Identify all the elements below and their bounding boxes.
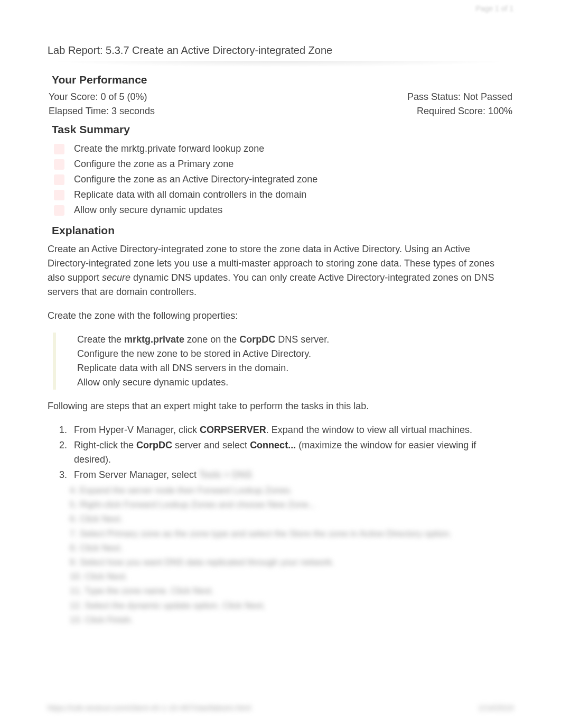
task-fail-icon (54, 205, 64, 216)
score-label: Your Score: 0 of 5 (0%) (49, 91, 147, 103)
explanation-para-2: Create the zone with the following prope… (48, 309, 513, 323)
text-bold: CorpDC (136, 440, 172, 450)
blurred-line: 8. Click Next. (70, 541, 513, 555)
task-item: Create the mrktg.private forward lookup … (48, 141, 513, 156)
page-indicator: Page 1 of 1 (0, 0, 561, 13)
footer-url: https://cdn.testout.com/client-v5-1-10-4… (48, 703, 251, 712)
footer: https://cdn.testout.com/client-v5-1-10-4… (48, 703, 513, 712)
footer-date: 1/14/2019 (478, 703, 513, 712)
step-item: From Hyper-V Manager, click CORPSERVER. … (70, 423, 513, 437)
blurred-line: 11. Type the zone name. Click Next. (70, 584, 513, 598)
text-emphasis: secure (102, 272, 130, 283)
task-list: Create the mrktg.private forward lookup … (48, 141, 513, 218)
task-text: Replicate data with all domain controlle… (74, 189, 306, 200)
blurred-line: 12. Select the dynamic update option. Cl… (70, 598, 513, 613)
callout-text: Configure the new zone to be stored in A… (77, 347, 311, 361)
text-bold: CorpDC (239, 334, 275, 345)
bullet-icon (68, 338, 72, 342)
text-bold: Connect... (250, 440, 296, 450)
text: server and select (172, 440, 250, 450)
explanation-para-3: Following are steps that an expert might… (48, 399, 513, 413)
explanation-para-1: Create an Active Directory-integrated zo… (48, 242, 513, 299)
callout-text: Create the mrktg.private zone on the Cor… (77, 333, 329, 347)
report-title: Lab Report: 5.3.7 Create an Active Direc… (48, 44, 513, 57)
callout-text: Allow only secure dynamic updates. (77, 375, 228, 390)
step-item: Right-click the CorpDC server and select… (70, 438, 513, 467)
properties-callout: Create the mrktg.private zone on the Cor… (53, 333, 513, 390)
blurred-line: 5. Right-click Forward Lookup Zones and … (70, 497, 513, 512)
text-bold: mrktg.private (124, 334, 184, 345)
task-text: Create the mrktg.private forward lookup … (74, 143, 264, 154)
task-item: Configure the zone as a Primary zone (48, 156, 513, 172)
divider (48, 61, 513, 67)
performance-heading: Your Performance (52, 73, 513, 86)
bullet-icon (68, 366, 72, 371)
task-text: Configure the zone as an Active Director… (74, 174, 317, 185)
blurred-line: 7. Select Primary zone as the zone type … (70, 527, 513, 541)
task-item: Configure the zone as an Active Director… (48, 172, 513, 187)
bullet-icon (68, 381, 72, 385)
task-fail-icon (54, 159, 64, 170)
text: From Server Manager, select (74, 469, 199, 480)
blurred-line: 9. Select how you want DNS data replicat… (70, 555, 513, 569)
blurred-text: Tools > DNS (199, 469, 253, 480)
blurred-line: 4. Expand the server node then Forward L… (70, 483, 513, 497)
task-text: Configure the zone as a Primary zone (74, 159, 233, 170)
text: . Expand the window to view all virtual … (266, 425, 472, 435)
step-item: From Server Manager, select Tools > DNS (70, 468, 513, 482)
text: Create the (77, 334, 124, 345)
required-score-label: Required Score: 100% (417, 106, 512, 117)
pass-status-label: Pass Status: Not Passed (407, 91, 512, 103)
blurred-line: 6. Click Next. (70, 512, 513, 526)
task-summary-heading: Task Summary (52, 123, 513, 136)
text: zone on the (184, 334, 239, 345)
task-fail-icon (54, 174, 64, 185)
callout-text: Replicate data with all DNS servers in t… (77, 361, 288, 375)
explanation-heading: Explanation (52, 224, 513, 237)
task-text: Allow only secure dynamic updates (74, 205, 222, 216)
text-bold: CORPSERVER (200, 425, 266, 435)
task-fail-icon (54, 144, 64, 154)
text: From Hyper-V Manager, click (74, 425, 200, 435)
blurred-steps-block: 4. Expand the server node then Forward L… (70, 483, 513, 627)
text: DNS server. (275, 334, 329, 345)
blurred-line: 10. Click Next. (70, 569, 513, 584)
task-item: Replicate data with all domain controlle… (48, 187, 513, 202)
task-item: Allow only secure dynamic updates (48, 202, 513, 218)
text: Right-click the (74, 440, 136, 450)
blurred-line: 13. Click Finish. (70, 613, 513, 627)
steps-list: From Hyper-V Manager, click CORPSERVER. … (70, 423, 513, 482)
bullet-icon (68, 352, 72, 356)
elapsed-time-label: Elapsed Time: 3 seconds (49, 106, 155, 117)
task-fail-icon (54, 190, 64, 200)
